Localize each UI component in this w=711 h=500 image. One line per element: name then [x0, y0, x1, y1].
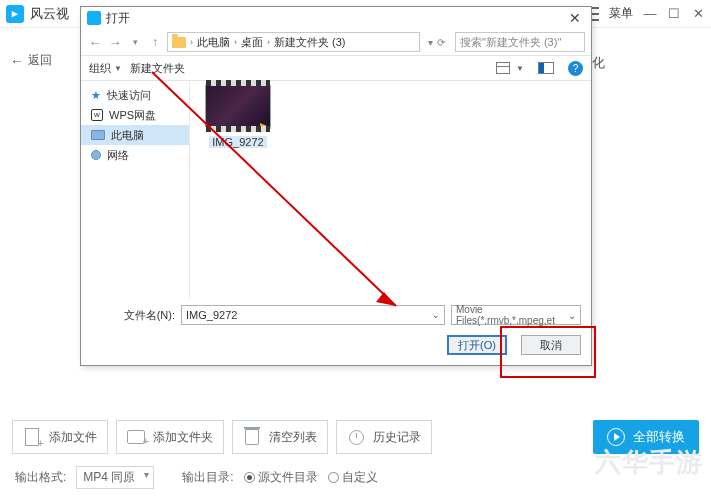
video-thumbnail-icon [205, 85, 271, 127]
dialog-title: 打开 [106, 10, 130, 27]
filename-label: 文件名(N): [91, 308, 175, 323]
radio-source-dir[interactable]: 源文件目录 [244, 469, 318, 486]
maximize-button[interactable]: ☐ [667, 7, 681, 21]
file-label: IMG_9272 [209, 136, 266, 148]
sidebar-item-wps[interactable]: wWPS网盘 [81, 105, 189, 125]
dialog-titlebar: 打开 ✕ [81, 7, 591, 29]
sidebar-item-label: 快速访问 [107, 88, 151, 103]
radio-icon [328, 472, 339, 483]
app-title: 风云视 [30, 5, 69, 23]
app-logo-icon: ▸ [6, 5, 24, 23]
chevron-right-icon: › [190, 37, 193, 47]
add-folder-button[interactable]: 添加文件夹 [116, 420, 224, 454]
radio-custom-dir[interactable]: 自定义 [328, 469, 378, 486]
chevron-right-icon: › [267, 37, 270, 47]
file-item[interactable]: IMG_9272 [198, 85, 278, 148]
monitor-icon [91, 130, 105, 140]
sidebar-item-this-pc[interactable]: 此电脑 [81, 125, 189, 145]
nav-back-icon[interactable]: ← [87, 35, 103, 50]
chevron-down-icon: ▼ [516, 64, 524, 73]
cancel-button[interactable]: 取消 [521, 335, 581, 355]
dialog-bottom: 文件名(N): IMG_9272⌄ Movie Files(*.rmvb,*.m… [81, 298, 591, 365]
dialog-close-button[interactable]: ✕ [565, 10, 585, 26]
filename-value: IMG_9272 [186, 309, 237, 321]
dialog-sidebar: ★快速访问 wWPS网盘 此电脑 网络 [81, 81, 189, 298]
path-dropdown-refresh[interactable]: ▾ ⟳ [428, 37, 445, 48]
radio-icon [244, 472, 255, 483]
button-label: 历史记录 [373, 429, 421, 446]
clear-list-button[interactable]: 清空列表 [232, 420, 328, 454]
dialog-toolbar: 组织▼ 新建文件夹 ▼ ? [81, 55, 591, 81]
file-pane[interactable]: IMG_9272 [189, 81, 591, 298]
close-window-button[interactable]: ✕ [691, 7, 705, 21]
crumb-folder[interactable]: 新建文件夹 (3) [274, 35, 346, 50]
dialog-title-icon [87, 11, 101, 25]
nav-up-icon[interactable]: ↑ [147, 35, 163, 49]
sidebar-item-label: 网络 [107, 148, 129, 163]
preview-pane-icon[interactable] [538, 62, 554, 74]
minimize-button[interactable]: — [643, 7, 657, 21]
star-icon: ★ [91, 89, 101, 102]
nav-forward-icon[interactable]: → [107, 35, 123, 50]
back-button[interactable]: ← 返回 [10, 52, 52, 69]
new-folder-button[interactable]: 新建文件夹 [130, 61, 185, 76]
chevron-down-icon: ▼ [114, 64, 122, 73]
crumb-desktop[interactable]: 桌面 [241, 35, 263, 50]
wps-icon: w [91, 109, 103, 121]
view-mode-button[interactable]: ▼ [496, 62, 524, 74]
clock-icon [349, 430, 364, 445]
sidebar-item-label: WPS网盘 [109, 108, 156, 123]
chevron-right-icon: › [234, 37, 237, 47]
back-arrow-icon: ← [10, 53, 24, 69]
back-label: 返回 [28, 52, 52, 69]
folder-icon [172, 37, 186, 48]
history-button[interactable]: 历史记录 [336, 420, 432, 454]
button-label: 添加文件 [49, 429, 97, 446]
add-file-button[interactable]: 添加文件 [12, 420, 108, 454]
folder-plus-icon [127, 430, 145, 444]
filename-input[interactable]: IMG_9272⌄ [181, 305, 445, 325]
output-dir-label: 输出目录: [182, 469, 233, 486]
radio-label: 自定义 [342, 470, 378, 484]
search-input[interactable]: 搜索"新建文件夹 (3)" [455, 32, 585, 52]
button-label: 清空列表 [269, 429, 317, 446]
view-icon [496, 62, 510, 74]
file-plus-icon [25, 428, 39, 446]
trash-icon [245, 429, 259, 445]
format-row: 输出格式: MP4 同原 输出目录: 源文件目录 自定义 [15, 466, 378, 489]
chevron-down-icon: ⌄ [568, 310, 576, 321]
help-icon[interactable]: ? [568, 61, 583, 76]
output-format-label: 输出格式: [15, 469, 66, 486]
trailing-text: 化 [592, 54, 605, 72]
sidebar-item-label: 此电脑 [111, 128, 144, 143]
menu-label[interactable]: 菜单 [609, 5, 633, 22]
filter-value: Movie Files(*.rmvb,*.mpeg,et [456, 304, 568, 326]
chevron-down-icon[interactable]: ⌄ [432, 310, 440, 320]
crumb-pc[interactable]: 此电脑 [197, 35, 230, 50]
dialog-nav: ← → ▾ ↑ › 此电脑 › 桌面 › 新建文件夹 (3) ▾ ⟳ 搜索"新建… [81, 29, 591, 55]
sidebar-item-network[interactable]: 网络 [81, 145, 189, 165]
filetype-filter[interactable]: Movie Files(*.rmvb,*.mpeg,et⌄ [451, 305, 581, 325]
open-button[interactable]: 打开(O) [447, 335, 507, 355]
refresh-icon[interactable]: ⟳ [437, 37, 445, 48]
open-dialog: 打开 ✕ ← → ▾ ↑ › 此电脑 › 桌面 › 新建文件夹 (3) ▾ ⟳ … [80, 6, 592, 366]
button-label: 添加文件夹 [153, 429, 213, 446]
breadcrumb[interactable]: › 此电脑 › 桌面 › 新建文件夹 (3) [167, 32, 420, 52]
radio-label: 源文件目录 [258, 470, 318, 484]
bottom-toolbar: 添加文件 添加文件夹 清空列表 历史记录 全部转换 [12, 420, 699, 454]
nav-recent-caret-icon[interactable]: ▾ [127, 37, 143, 47]
button-label: 全部转换 [633, 428, 685, 446]
sidebar-item-quick-access[interactable]: ★快速访问 [81, 85, 189, 105]
chevron-down-icon: ▾ [428, 37, 433, 48]
convert-all-button[interactable]: 全部转换 [593, 420, 699, 454]
network-icon [91, 150, 101, 160]
output-format-select[interactable]: MP4 同原 [76, 466, 154, 489]
organize-menu[interactable]: 组织▼ [89, 61, 122, 76]
play-badge-icon [260, 123, 272, 133]
play-circle-icon [607, 428, 625, 446]
